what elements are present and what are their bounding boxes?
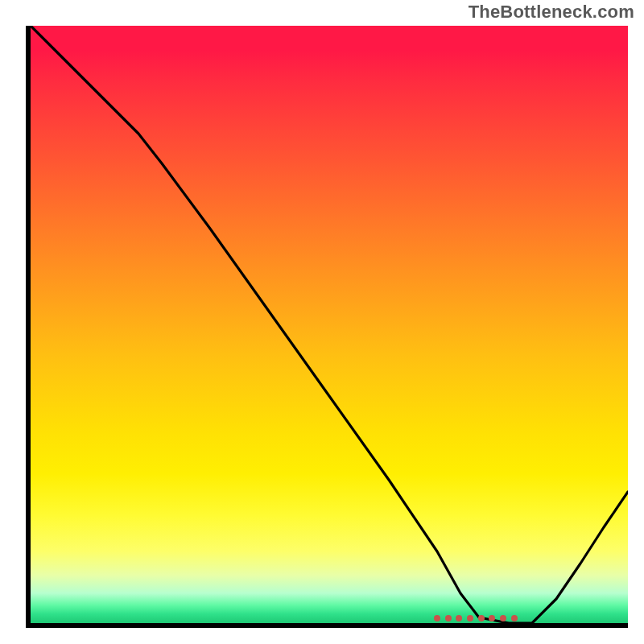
watermark-text: TheBottleneck.com — [469, 2, 634, 23]
marker-dot — [467, 615, 473, 621]
bottleneck-curve-path — [31, 26, 628, 623]
marker-dot — [445, 615, 452, 621]
marker-dot — [511, 615, 518, 621]
plot-area — [26, 26, 628, 628]
marker-dot — [500, 615, 506, 621]
marker-dot — [478, 615, 485, 621]
marker-dot — [456, 615, 462, 621]
chart-container: TheBottleneck.com — [0, 0, 644, 644]
optimal-range-markers — [434, 614, 518, 622]
marker-dot — [434, 615, 440, 621]
marker-dot — [489, 615, 495, 621]
curve-svg — [31, 26, 628, 623]
